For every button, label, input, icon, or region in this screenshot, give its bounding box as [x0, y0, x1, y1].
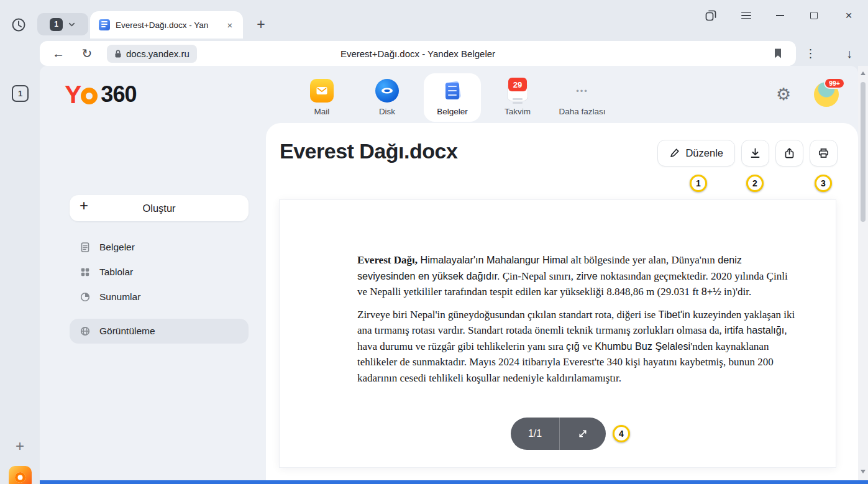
nav-item-belgeler[interactable]: Belgeler	[424, 73, 481, 122]
domain-text: docs.yandex.ru	[126, 48, 190, 59]
browser-menu-button[interactable]	[736, 5, 757, 26]
browser-side-strip: 1 + …	[0, 39, 40, 484]
sidebar-item-tablolar[interactable]: Tablolar	[70, 260, 249, 285]
page-scrollbar[interactable]	[858, 66, 868, 480]
logo-ring-icon	[81, 88, 98, 104]
bookmark-button[interactable]	[769, 44, 787, 63]
side-panels-button[interactable]	[700, 5, 721, 26]
paragraph: Zirveye biri Nepal'in güneydoğusundan çı…	[357, 307, 795, 386]
account-avatar[interactable]: 99+	[814, 82, 839, 107]
new-tab-button[interactable]: +	[251, 14, 271, 34]
yandex-360-logo[interactable]: Y 360	[65, 80, 136, 109]
tab-strip: 1 Everest+Dağı.docx - Yan × +	[0, 0, 868, 39]
page-actions-kebab-button[interactable]: ⋮	[801, 43, 821, 63]
scroll-down-arrow[interactable]	[858, 467, 868, 477]
printer-icon	[818, 147, 829, 159]
browser-tab[interactable]: Everest+Dağı.docx - Yan ×	[90, 11, 243, 39]
history-clock-button[interactable]	[9, 16, 28, 34]
downloads-button[interactable]: ↓	[839, 43, 859, 63]
fullscreen-button[interactable]	[560, 418, 606, 450]
download-icon	[749, 147, 761, 159]
edit-button[interactable]: Düzenle	[657, 140, 735, 167]
edit-button-label: Düzenle	[685, 147, 723, 159]
logo-y-mark: Y	[65, 80, 80, 109]
annotation-callout-4: 4	[613, 425, 630, 442]
yandex-browser-logo-icon[interactable]	[9, 466, 32, 484]
print-button[interactable]	[810, 140, 838, 167]
logo-360-text: 360	[101, 81, 136, 107]
sidebar-item-label: Belgeler	[99, 242, 135, 253]
viewer-toolbar: 1/1	[511, 418, 606, 450]
clock-icon	[11, 17, 27, 33]
sidebar-item-label: Sunumlar	[99, 291, 140, 303]
sidebar-item-label: Tablolar	[99, 267, 133, 278]
table-grid-icon	[80, 267, 91, 278]
scrollbar-thumb[interactable]	[861, 82, 866, 222]
document-actions: Düzenle	[657, 140, 838, 167]
minimize-icon	[776, 15, 784, 16]
annotation-callout-2: 2	[746, 175, 764, 192]
lock-icon	[114, 49, 122, 58]
reload-button[interactable]: ↻	[77, 43, 97, 63]
minimize-button[interactable]	[769, 5, 790, 26]
page-indicator: 1/1	[511, 418, 559, 450]
bookmark-icon	[773, 48, 783, 59]
document-text: Everest Dağı, Himalayalar'ın Mahalangur …	[357, 252, 795, 393]
calendar-icon: 29	[506, 79, 529, 103]
browser-window: 1 Everest+Dağı.docx - Yan × +	[0, 0, 868, 484]
tab-close-button[interactable]: ×	[223, 18, 237, 32]
app-header: Y 360 Mail Disk Be	[40, 66, 858, 123]
document-viewer-card: Everest Dağı.docx Düzenle	[266, 123, 858, 480]
nav-item-disk[interactable]: Disk	[359, 73, 416, 122]
nav-label: Disk	[379, 107, 395, 116]
documents-icon	[441, 79, 464, 103]
scroll-up-arrow[interactable]	[858, 68, 868, 78]
chevron-down-icon	[68, 21, 76, 29]
side-panel-tab[interactable]: 1	[12, 85, 29, 102]
strip-add-button[interactable]: +	[11, 437, 29, 455]
notification-count-badge: 99+	[824, 78, 845, 89]
nav-item-mail[interactable]: Mail	[293, 73, 350, 122]
app-sidebar: + Oluştur Belgeler Tablolar	[40, 123, 266, 480]
document-title: Everest Dağı.docx	[280, 139, 457, 163]
annotation-callout-3: 3	[815, 175, 832, 192]
paragraph: Everest Dağı, Himalayalar'ın Mahalangur …	[357, 252, 795, 300]
tab-title: Everest+Dağı.docx - Yan	[116, 21, 217, 30]
docs-favicon-icon	[99, 19, 110, 30]
nav-label: Daha fazlası	[559, 107, 605, 116]
tab-group-control[interactable]: 1	[37, 13, 88, 35]
sidebar-item-label: Görüntüleme	[99, 326, 155, 337]
disk-icon	[375, 79, 399, 103]
nav-label: Mail	[314, 107, 330, 116]
back-button[interactable]: ←	[48, 43, 68, 63]
domain-chip[interactable]: docs.yandex.ru	[107, 45, 197, 63]
window-close-button[interactable]: ×	[838, 5, 859, 26]
create-button[interactable]: + Oluştur	[70, 195, 249, 221]
nav-label: Belgeler	[437, 107, 468, 116]
panels-icon	[705, 9, 717, 22]
sidebar-item-goruntuleme[interactable]: Görüntüleme	[70, 319, 249, 344]
share-icon	[783, 147, 795, 159]
nav-item-more[interactable]: ••• Daha fazlası	[554, 73, 611, 122]
maximize-icon	[810, 12, 818, 19]
calendar-date-badge: 29	[508, 78, 527, 91]
nav-label: Takvim	[505, 107, 531, 116]
nav-item-takvim[interactable]: 29 Takvim	[489, 73, 546, 122]
presentation-pie-icon	[80, 291, 91, 303]
maximize-button[interactable]	[803, 5, 825, 26]
address-bar: ← ↻ docs.yandex.ru Everest+Dağı.docx - Y…	[40, 41, 796, 66]
sidebar-item-sunumlar[interactable]: Sunumlar	[70, 285, 249, 309]
plus-icon: +	[80, 198, 88, 213]
more-dots-icon: •••	[570, 79, 594, 103]
annotation-callout-1: 1	[690, 175, 707, 192]
download-button[interactable]	[741, 140, 769, 167]
tab-group-count-badge: 1	[50, 18, 63, 31]
expand-icon	[577, 428, 588, 439]
create-button-label: Oluştur	[142, 203, 175, 214]
sidebar-item-belgeler[interactable]: Belgeler	[70, 235, 249, 260]
hamburger-icon	[741, 12, 751, 19]
webpage: Y 360 Mail Disk Be	[40, 66, 858, 480]
settings-gear-button[interactable]: ⚙	[772, 83, 795, 106]
bottom-accent-strip	[40, 480, 868, 484]
share-button[interactable]	[775, 140, 803, 167]
